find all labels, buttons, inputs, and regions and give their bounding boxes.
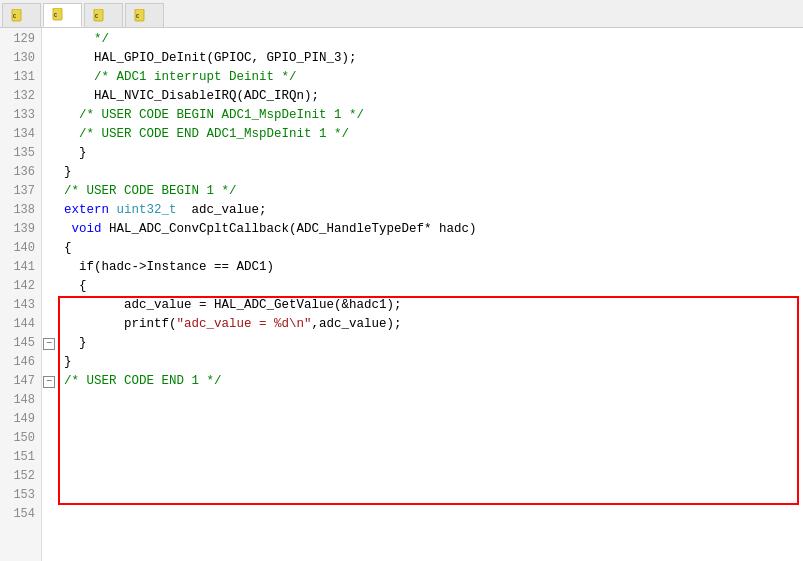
code-area: 1291301311321331341351361371381391401411… xyxy=(0,28,803,561)
line-numbers: 1291301311321331341351361371381391401411… xyxy=(0,28,42,561)
file-icon-it: C xyxy=(134,9,148,23)
code-line: if(hadc->Instance == ADC1) xyxy=(64,258,803,277)
code-line: } xyxy=(64,353,803,372)
tab-it[interactable]: C xyxy=(125,3,164,27)
gutter: −− xyxy=(42,28,58,561)
code-content[interactable]: */ HAL_GPIO_DeInit(GPIOC, GPIO_PIN_3); /… xyxy=(58,28,803,561)
code-line: } xyxy=(64,144,803,163)
code-line: HAL_NVIC_DisableIRQ(ADC_IRQn); xyxy=(64,87,803,106)
file-icon-hal: C xyxy=(93,9,107,23)
code-line: } xyxy=(64,334,803,353)
tab-adc[interactable]: C xyxy=(43,3,82,27)
tab-hal-adc[interactable]: C xyxy=(84,3,123,27)
code-line: /* USER CODE BEGIN ADC1_MspDeInit 1 */ xyxy=(64,106,803,125)
file-icon: C xyxy=(11,9,25,23)
code-line: */ xyxy=(64,30,803,49)
tab-main[interactable]: C xyxy=(2,3,41,27)
code-line: /* USER CODE BEGIN 1 */ xyxy=(64,182,803,201)
code-line: { xyxy=(64,277,803,296)
app-container: C C C C 1291301311 xyxy=(0,0,803,561)
code-line: /* USER CODE END ADC1_MspDeInit 1 */ xyxy=(64,125,803,144)
code-line: { xyxy=(64,239,803,258)
svg-text:C: C xyxy=(136,14,139,20)
file-icon-adc: C xyxy=(52,8,66,22)
code-line: /* ADC1 interrupt Deinit */ xyxy=(64,68,803,87)
tab-bar: C C C C xyxy=(0,0,803,28)
code-line: void HAL_ADC_ConvCpltCallback(ADC_Handle… xyxy=(64,220,803,239)
code-line: adc_value = HAL_ADC_GetValue(&hadc1); xyxy=(64,296,803,315)
code-line: /* USER CODE END 1 */ xyxy=(64,372,803,391)
code-line: } xyxy=(64,163,803,182)
svg-text:C: C xyxy=(13,14,16,20)
code-line: printf("adc_value = %d\n",adc_value); xyxy=(64,315,803,334)
svg-text:C: C xyxy=(54,13,57,19)
svg-text:C: C xyxy=(95,14,98,20)
fold-marker[interactable]: − xyxy=(43,338,55,350)
code-line: HAL_GPIO_DeInit(GPIOC, GPIO_PIN_3); xyxy=(64,49,803,68)
code-line: extern uint32_t adc_value; xyxy=(64,201,803,220)
fold-marker[interactable]: − xyxy=(43,376,55,388)
